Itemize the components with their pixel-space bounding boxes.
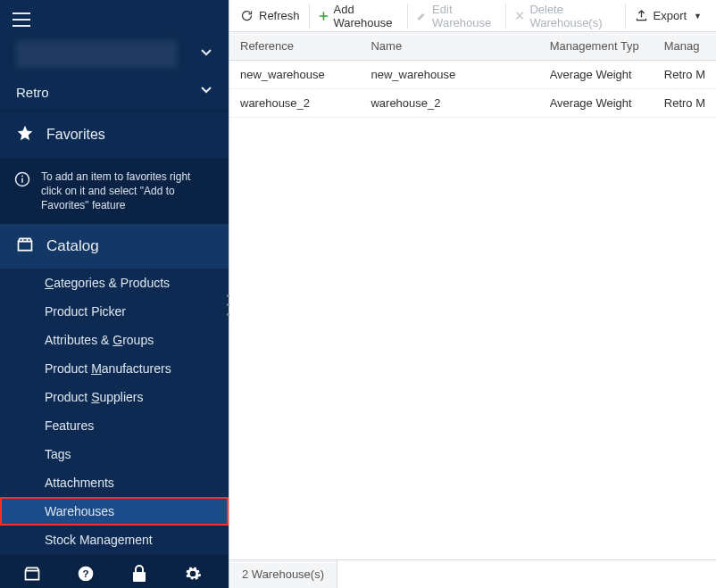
profile-name-redacted <box>16 41 177 68</box>
export-label: Export <box>654 9 687 22</box>
sidebar-item-6[interactable]: Tags <box>0 440 229 468</box>
add-warehouse-button[interactable]: Add Warehouse <box>310 4 409 29</box>
cell-mgmt_type: Average Weight <box>539 61 654 89</box>
hamburger-button[interactable] <box>0 0 229 34</box>
settings-button[interactable] <box>168 554 218 588</box>
delete-warehouse-label: Delete Warehouse(s) <box>529 3 615 29</box>
col-reference[interactable]: Reference <box>229 32 360 61</box>
svg-text:?: ? <box>82 567 88 579</box>
cell-mgmt_type: Average Weight <box>539 89 654 118</box>
sidebar-item-2[interactable]: Attributes & Groups <box>0 326 229 354</box>
table-row[interactable]: warehouse_2warehouse_2Average WeightRetr… <box>229 89 716 118</box>
svg-rect-5 <box>21 176 23 178</box>
cell-reference: new_warehouse <box>229 61 360 89</box>
sidebar: Retro Favorites To add an item to favori… <box>0 0 229 588</box>
toolbar: Refresh Add Warehouse Edit Warehouse Del… <box>229 0 716 32</box>
cell-manager: Retro M <box>654 61 716 89</box>
warehouse-table: Reference Name Management Typ Manag new_… <box>229 32 716 559</box>
sidebar-item-7[interactable]: Attachments <box>0 468 229 497</box>
cell-name: new_warehouse <box>360 61 538 89</box>
catalog-header[interactable]: Catalog <box>0 224 229 269</box>
status-count: 2 Warehouse(s) <box>229 560 337 588</box>
cell-name: warehouse_2 <box>360 89 538 118</box>
star-icon <box>16 124 34 145</box>
catalog-submenu: Categories & ProductsProduct PickerAttri… <box>0 269 229 554</box>
cell-reference: warehouse_2 <box>229 89 360 118</box>
export-icon <box>635 9 648 22</box>
help-icon: ? <box>77 565 95 583</box>
status-bar: 2 Warehouse(s) <box>229 559 716 588</box>
sidebar-item-5[interactable]: Features <box>0 411 229 440</box>
svg-rect-4 <box>21 178 23 183</box>
pencil-icon <box>417 10 427 22</box>
favorites-hint: To add an item to favorites right click … <box>0 159 229 224</box>
box-icon <box>23 566 41 582</box>
bottom-bar: ? <box>0 554 229 588</box>
chevron-down-icon <box>200 84 212 100</box>
caret-down-icon: ▼ <box>694 12 702 21</box>
sidebar-item-3[interactable]: Product Manufacturers <box>0 354 229 383</box>
store-name: Retro <box>16 85 49 100</box>
sidebar-item-4[interactable]: Product Suppliers <box>0 383 229 411</box>
col-mgmt-type[interactable]: Management Typ <box>539 32 654 61</box>
sidebar-item-1[interactable]: Product Picker <box>0 297 229 326</box>
help-button[interactable]: ? <box>61 554 111 588</box>
sidebar-item-8[interactable]: Warehouses <box>0 497 229 526</box>
store-selector[interactable]: Retro <box>0 77 229 111</box>
refresh-button[interactable]: Refresh <box>235 4 310 29</box>
delete-warehouse-button[interactable]: Delete Warehouse(s) <box>506 4 625 29</box>
favorites-label: Favorites <box>46 127 105 143</box>
cell-manager: Retro M <box>654 89 716 118</box>
catalog-icon <box>16 236 34 256</box>
refresh-icon <box>240 9 254 22</box>
svg-rect-0 <box>12 12 30 14</box>
sidebar-item-9[interactable]: Stock Management <box>0 526 229 554</box>
profile-row[interactable] <box>0 34 229 77</box>
lock-icon <box>131 565 147 583</box>
col-manager[interactable]: Manag <box>654 32 716 61</box>
favorites-header[interactable]: Favorites <box>0 111 229 159</box>
plus-icon <box>319 10 329 22</box>
svg-rect-1 <box>12 19 30 21</box>
catalog-label: Catalog <box>46 237 99 255</box>
chevron-down-icon <box>200 46 212 62</box>
col-name[interactable]: Name <box>360 32 538 61</box>
bottom-catalog-button[interactable] <box>7 554 57 588</box>
splitter-handle[interactable] <box>227 294 230 316</box>
svg-rect-8 <box>133 572 146 582</box>
edit-warehouse-button[interactable]: Edit Warehouse <box>408 4 506 29</box>
add-warehouse-label: Add Warehouse <box>334 3 399 29</box>
main-panel: Refresh Add Warehouse Edit Warehouse Del… <box>229 0 716 588</box>
gear-icon <box>184 565 202 583</box>
info-icon <box>14 171 30 213</box>
sidebar-item-0[interactable]: Categories & Products <box>0 269 229 297</box>
close-icon <box>515 10 524 21</box>
refresh-label: Refresh <box>259 9 300 22</box>
menu-icon <box>12 12 30 27</box>
svg-rect-2 <box>12 25 30 27</box>
export-button[interactable]: Export ▼ <box>626 4 712 29</box>
favorites-hint-text: To add an item to favorites right click … <box>41 170 214 213</box>
table-row[interactable]: new_warehousenew_warehouseAverage Weight… <box>229 61 716 89</box>
table-header-row: Reference Name Management Typ Manag <box>229 32 716 61</box>
lock-button[interactable] <box>114 554 164 588</box>
edit-warehouse-label: Edit Warehouse <box>432 3 496 29</box>
